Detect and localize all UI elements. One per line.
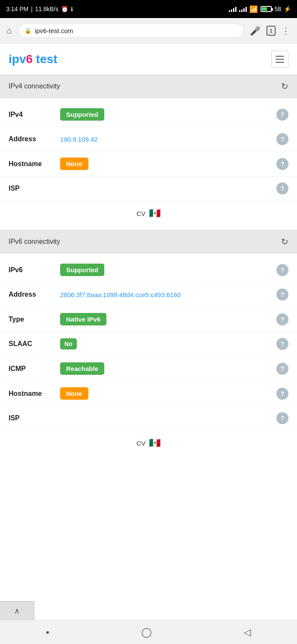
ipv6-icmp-value: Reachable [60, 362, 272, 375]
hamburger-line-2 [276, 59, 284, 60]
ipv6-icmp-row: ICMP Reachable ? [0, 356, 297, 381]
wifi-icon: 📶 [249, 5, 258, 13]
bottom-nav: ▪ ◯ ◁ [0, 620, 297, 644]
ipv6-address-link[interactable]: 2806:3f7:8aaa:1099:48d4:cce5:c493:6160 [60, 291, 181, 298]
ipv4-status-value: Supported [60, 108, 272, 121]
keyboard-collapse-button[interactable]: ∧ [0, 601, 34, 620]
ipv4-address-link[interactable]: 190.9.109.42 [60, 136, 98, 143]
ipv6-isp-row: ISP ? [0, 406, 297, 431]
main-content: IPv4 connectivity ↻ IPv4 Supported ? Add… [0, 75, 297, 507]
ipv4-section-header: IPv4 connectivity ↻ [0, 75, 297, 98]
ipv6-cv-row: CV 🇲🇽 [0, 431, 297, 456]
ipv6-flag: 🇲🇽 [149, 437, 161, 449]
battery-percent: 58 [274, 6, 281, 12]
ipv6-cv-text: CV [136, 440, 145, 447]
signal-bars-2 [239, 6, 247, 12]
ipv6-hostname-help-button[interactable]: ? [276, 388, 288, 400]
browser-chrome: ⌂ 🔒 ipv6-test.com 🎤 1 ⋮ [0, 18, 297, 44]
hamburger-line-1 [276, 56, 284, 57]
ipv6-type-value: Native IPv6 [60, 313, 272, 325]
back-button[interactable]: ◁ [235, 623, 260, 641]
ipv6-address-label: Address [9, 291, 56, 298]
ipv4-help-button[interactable]: ? [276, 109, 288, 121]
ipv6-icmp-label: ICMP [9, 365, 56, 373]
ipv6-address-value: 2806:3f7:8aaa:1099:48d4:cce5:c493:6160 [60, 291, 272, 298]
charging-icon: ⚡ [284, 6, 291, 12]
ipv4-hostname-help-button[interactable]: ? [276, 158, 288, 170]
ipv4-label: IPv4 [9, 111, 56, 118]
ipv6-section-header: IPv6 connectivity ↻ [0, 230, 297, 253]
tab-count-icon[interactable]: 1 [267, 26, 276, 36]
ipv4-hostname-badge: None [60, 158, 88, 170]
ipv4-isp-row: ISP ? [0, 176, 297, 201]
time: 3:14 PM [6, 6, 28, 12]
ipv4-info-section: IPv4 Supported ? Address 190.9.109.42 ? … [0, 98, 297, 230]
site-header: ipv6 test [0, 44, 297, 75]
ipv6-slaac-help-button[interactable]: ? [276, 338, 288, 350]
ipv6-hostname-label: Hostname [9, 390, 56, 398]
ipv4-cv-row: CV 🇲🇽 [0, 201, 297, 226]
url-bar[interactable]: 🔒 ipv6-test.com [18, 24, 244, 38]
ipv6-isp-help-button[interactable]: ? [276, 412, 288, 424]
ipv4-section-title: IPv4 connectivity [9, 82, 60, 90]
ipv6-slaac-badge: No [60, 338, 77, 349]
microphone-icon[interactable]: 🎤 [248, 24, 262, 38]
battery-icon [261, 6, 272, 12]
logo-6: 6 [26, 52, 33, 66]
ipv6-type-help-button[interactable]: ? [276, 313, 288, 325]
ipv4-address-value: 190.9.109.42 [60, 136, 272, 143]
ipv4-refresh-button[interactable]: ↻ [281, 81, 288, 91]
ipv6-isp-label: ISP [9, 414, 56, 422]
home-nav-button[interactable]: ◯ [133, 623, 161, 641]
ipv4-flag: 🇲🇽 [149, 208, 161, 219]
ipv4-address-help-button[interactable]: ? [276, 133, 288, 145]
ipv6-address-row: Address 2806:3f7:8aaa:1099:48d4:cce5:c49… [0, 283, 297, 307]
ipv4-status-row: IPv4 Supported ? [0, 102, 297, 127]
ipv6-label: IPv6 [9, 266, 56, 274]
ipv4-isp-label: ISP [9, 185, 56, 192]
status-right: 📶 58 ⚡ [229, 5, 291, 13]
ipv6-info-section: IPv6 Supported ? Address 2806:3f7:8aaa:1… [0, 253, 297, 460]
ipv4-hostname-value: None [60, 158, 272, 170]
lock-icon: 🔒 [24, 27, 31, 34]
ipv6-slaac-row: SLAAC No ? [0, 332, 297, 356]
ipv6-address-help-button[interactable]: ? [276, 289, 288, 301]
ipv6-hostname-row: Hostname None ? [0, 381, 297, 406]
ipv4-isp-help-button[interactable]: ? [276, 182, 288, 194]
recent-apps-button[interactable]: ▪ [37, 623, 58, 641]
ipv6-hostname-value: None [60, 387, 272, 400]
ipv4-supported-badge: Supported [60, 108, 104, 121]
status-bar: 3:14 PM | 11.8kB/s ⏰ ℹ 📶 58 ⚡ [0, 0, 297, 18]
status-left: 3:14 PM | 11.8kB/s ⏰ ℹ [6, 6, 73, 12]
hamburger-menu-button[interactable] [271, 51, 288, 68]
signal-bars-1 [229, 6, 236, 12]
hamburger-line-3 [276, 62, 284, 63]
chevron-up-icon: ∧ [14, 606, 20, 616]
url-text: ipv6-test.com [35, 27, 73, 34]
ipv6-type-row: Type Native IPv6 ? [0, 307, 297, 332]
ipv4-address-row: Address 190.9.109.42 ? [0, 127, 297, 152]
browser-menu-icon[interactable]: ⋮ [280, 24, 292, 38]
ipv6-hostname-badge: None [60, 387, 88, 400]
speed: | [31, 6, 33, 12]
ipv4-hostname-label: Hostname [9, 160, 56, 168]
ipv6-slaac-label: SLAAC [9, 340, 56, 348]
logo-test: test [33, 52, 58, 66]
ipv6-help-button[interactable]: ? [276, 264, 288, 276]
info-icon: ℹ [71, 6, 73, 12]
home-button[interactable]: ⌂ [5, 24, 14, 37]
ipv6-refresh-button[interactable]: ↻ [281, 237, 288, 247]
ipv6-type-badge: Native IPv6 [60, 313, 106, 325]
ipv4-address-label: Address [9, 135, 56, 143]
ipv4-cv-text: CV [136, 210, 145, 217]
ipv6-supported-badge: Supported [60, 264, 104, 276]
ipv6-status-value: Supported [60, 264, 272, 276]
network-speed: 11.8kB/s [35, 6, 58, 12]
ipv6-icmp-help-button[interactable]: ? [276, 363, 288, 375]
ipv4-hostname-row: Hostname None ? [0, 152, 297, 176]
logo-ipv: ipv [9, 52, 26, 66]
ipv6-type-label: Type [9, 316, 56, 323]
ipv6-slaac-value: No [60, 338, 272, 349]
ipv6-section-title: IPv6 connectivity [9, 238, 60, 246]
ipv6-icmp-badge: Reachable [60, 362, 104, 375]
